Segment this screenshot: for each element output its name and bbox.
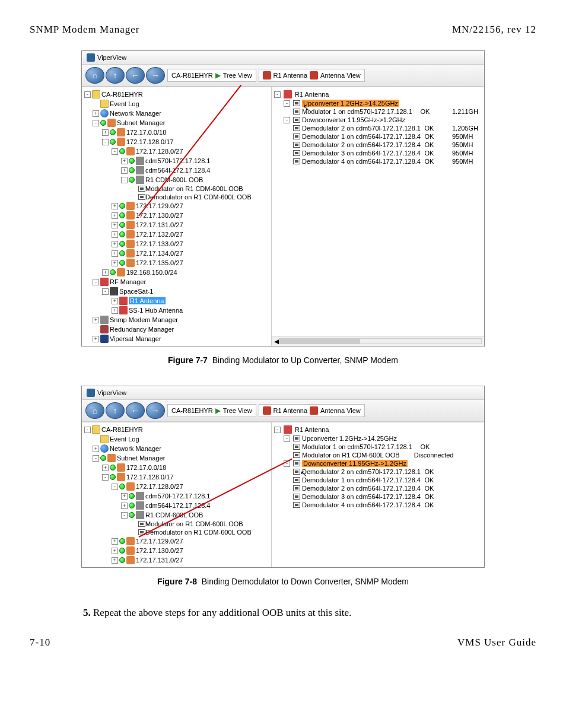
tree-node[interactable]: -Subnet Manager [82,118,271,128]
tree-toggle[interactable]: + [93,336,99,342]
tree-toggle[interactable]: - [93,279,99,285]
tree-toggle[interactable]: + [121,503,128,509]
tree-node[interactable]: +172.17.129.0/27 [82,201,271,211]
right-tree-row[interactable]: -R1 Antenna [274,90,482,99]
tree-node[interactable]: +cdm570l-172.17.128.1 [82,156,271,166]
tree-node[interactable]: Demodulator on R1 CDM-600L OOB [82,193,271,201]
right-tree-row[interactable]: -R1 Antenna [274,425,482,434]
tree-toggle[interactable]: - [84,91,91,98]
tree-node[interactable]: Event Log [82,99,271,109]
breadcrumb-1[interactable]: CA-R81EHYR ▶ Tree View [167,404,256,417]
tree-toggle[interactable]: + [93,446,99,452]
right-tree-row[interactable]: Modulator on R1 CDM-600L OOBDisconnected [274,451,482,459]
tree-node[interactable]: +172.17.135.0/27 [82,258,271,268]
tree-toggle[interactable]: + [121,167,128,174]
back-button[interactable]: ← [126,67,145,84]
up-button[interactable]: ↑ [106,402,125,419]
tree-node[interactable]: +172.17.134.0/27 [82,249,271,258]
right-tree-row[interactable]: -Upconverter 1.2GHz->14.25GHz [274,434,482,443]
tree-toggle[interactable]: + [112,298,118,304]
tree-toggle[interactable]: + [112,241,118,247]
tree-toggle[interactable]: - [102,474,109,481]
tree-toggle[interactable]: - [84,427,91,433]
tree-toggle[interactable]: + [112,250,118,257]
tree-node[interactable]: -SpaceSat-1 [82,287,271,296]
tree-toggle[interactable]: + [112,538,118,545]
tree-node[interactable]: Modulator on R1 CDM-600L OOB [82,185,271,193]
tree-toggle[interactable]: - [274,91,281,98]
right-tree-row[interactable]: Demodulator 2 on cdm564l-172.17.128.4OK9… [274,141,482,149]
right-panel[interactable]: -R1 Antenna-Upconverter 1.2GHz->14.25GHz… [272,422,484,567]
tree-toggle[interactable]: + [93,317,99,323]
tree-toggle[interactable]: + [112,557,118,564]
horizontal-scrollbar[interactable]: ◀ [272,336,484,346]
tree-node[interactable]: +172.17.130.0/27 [82,211,271,220]
right-tree-row[interactable]: Demodulator 2 on cdm564l-172.17.128.4OK [274,484,482,492]
right-tree-row[interactable]: -Downconverter 11.95GHz->1.2GHz [274,459,482,468]
tree-node[interactable]: +172.17.131.0/27 [82,555,271,565]
tree-toggle[interactable]: + [112,260,118,266]
left-tree-panel[interactable]: -CA-R81EHYREvent Log+Network Manager-Sub… [82,87,272,346]
tree-node[interactable]: +Network Manager [82,444,271,453]
tree-toggle[interactable]: - [93,120,99,126]
tree-toggle[interactable]: - [102,288,109,295]
tree-node[interactable]: -172.17.128.0/27 [82,147,271,156]
breadcrumb-2[interactable]: R1 Antenna Antenna View [259,404,365,417]
tree-node[interactable]: +R1 Antenna [82,296,271,306]
tree-node[interactable]: Modulator on R1 CDM-600L OOB [82,520,271,528]
left-tree-panel[interactable]: -CA-R81EHYREvent Log+Network Manager-Sub… [82,422,272,567]
right-tree-row[interactable]: Demodulator 4 on cdm564l-172.17.128.4OK [274,501,482,509]
tree-node[interactable]: -R1 CDM-600L OOB [82,175,271,185]
tree-node[interactable]: +172.17.129.0/27 [82,536,271,546]
right-tree-row[interactable]: Demodulator 3 on cdm564l-172.17.128.4OK9… [274,149,482,157]
tree-toggle[interactable]: - [93,455,99,462]
tree-toggle[interactable]: + [112,307,118,314]
up-button[interactable]: ↑ [106,67,125,84]
breadcrumb-2[interactable]: R1 Antenna Antenna View [259,69,365,82]
tree-node[interactable]: -Subnet Manager [82,453,271,463]
tree-toggle[interactable]: - [284,100,290,107]
back-button[interactable]: ← [126,402,145,419]
forward-button[interactable]: → [146,402,165,419]
home-button[interactable]: ⌂ [85,67,104,84]
tree-toggle[interactable]: + [102,465,109,471]
tree-toggle[interactable]: - [121,512,128,519]
tree-node[interactable]: +Network Manager [82,109,271,118]
tree-node[interactable]: -172.17.128.0/17 [82,137,271,147]
tree-node[interactable]: -CA-R81EHYR [82,90,271,99]
tree-toggle[interactable]: + [112,212,118,219]
tree-node[interactable]: -CA-R81EHYR [82,425,271,434]
tree-toggle[interactable]: - [102,139,109,145]
tree-node[interactable]: -172.17.128.0/17 [82,472,271,482]
scroll-thumb[interactable] [279,339,360,344]
right-tree-row[interactable]: Demodulator 3 on cdm564l-172.17.128.4OK [274,492,482,501]
tree-node[interactable]: +cdm570l-172.17.128.1 [82,491,271,501]
tree-toggle[interactable]: - [112,484,118,490]
tree-toggle[interactable]: + [121,493,128,500]
tree-node[interactable]: Redundancy Manager [82,325,271,334]
right-panel[interactable]: -R1 Antenna-Upconverter 1.2GHz->14.25GHz… [272,87,484,346]
tree-node[interactable]: +172.17.0.0/18 [82,128,271,137]
tree-toggle[interactable]: + [121,158,128,164]
tree-toggle[interactable]: - [112,148,118,155]
tree-node[interactable]: +172.17.0.0/18 [82,463,271,472]
tree-node[interactable]: +172.17.131.0/27 [82,220,271,230]
tree-node[interactable]: Event Log [82,434,271,444]
tree-toggle[interactable]: + [102,129,109,136]
tree-node[interactable]: +SS-1 Hub Antenna [82,306,271,315]
right-tree-row[interactable]: Modulator 1 on cdm570l-172.17.128.1OK [274,443,482,451]
tree-node[interactable]: +172.17.133.0/27 [82,239,271,249]
tree-node[interactable]: +172.17.132.0/27 [82,230,271,239]
tree-toggle[interactable]: + [112,222,118,228]
tree-toggle[interactable]: + [112,231,118,238]
home-button[interactable]: ⌂ [85,402,104,419]
right-tree-row[interactable]: Demodulator 2 on cdm570l-172.17.128.1OK1… [274,124,482,132]
tree-node[interactable]: +192.168.150.0/24 [82,268,271,277]
tree-toggle[interactable]: + [93,110,99,117]
tree-toggle[interactable]: + [112,548,118,554]
right-tree-row[interactable]: Demodulator 4 on cdm564l-172.17.128.4OK9… [274,157,482,166]
right-tree-row[interactable]: Demodulator 1 on cdm564l-172.17.128.4OK9… [274,132,482,141]
tree-toggle[interactable]: - [284,435,290,442]
right-tree-row[interactable]: -Downconverter 11.95GHz->1.2GHz [274,116,482,124]
scroll-track[interactable] [279,338,482,344]
